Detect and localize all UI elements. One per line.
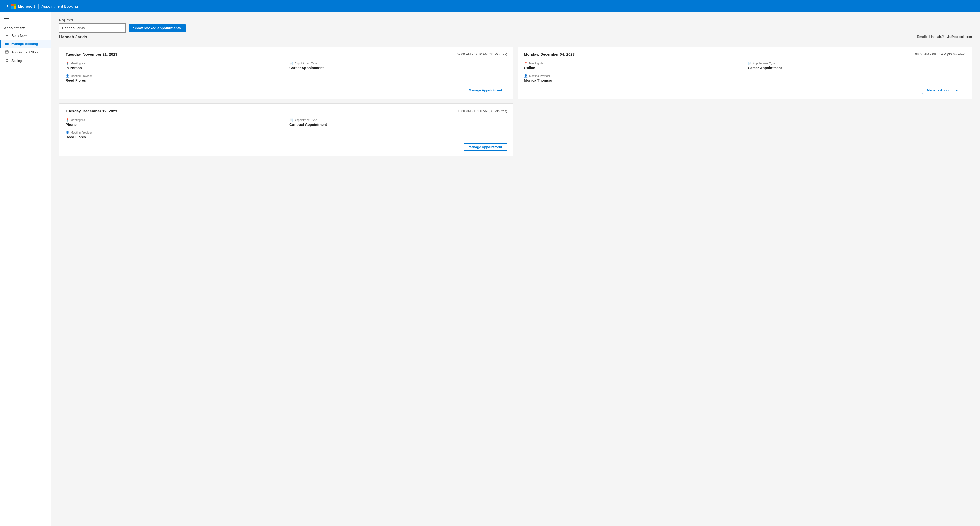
person-icon: 👤 xyxy=(65,74,69,78)
document-icon-2: 📄 xyxy=(748,62,752,65)
card-2-date: Monday, December 04, 2023 xyxy=(524,52,575,56)
sidebar-label-book-new: Book New xyxy=(11,34,27,38)
requestor-selected-value: Hannah Jarvis xyxy=(62,26,85,30)
manage-appointment-button-3[interactable]: Manage Appointment xyxy=(464,143,507,151)
card-2-footer: Manage Appointment xyxy=(524,86,966,94)
card-1-appt-type-label: 📄 Appointment Type xyxy=(290,62,507,65)
document-icon-3: 📄 xyxy=(290,118,293,122)
card-2-provider-value: Monica Thomson xyxy=(524,78,741,83)
requester-name: Hannah Jarvis xyxy=(59,35,87,39)
card-2-appointment-type: 📄 Appointment Type Career Appointment xyxy=(748,62,966,70)
appointment-card-1: Tuesday, November 21, 2023 09:00 AM - 09… xyxy=(59,47,514,99)
card-1-meeting-via-value: In Person xyxy=(65,66,283,70)
card-2-appt-type-label: 📄 Appointment Type xyxy=(748,62,966,65)
card-3-fields: 📍 Meeting via Phone 📄 Appointment Type C… xyxy=(65,118,507,139)
sidebar: Appointment + Book New Manage Booking xyxy=(0,12,51,526)
card-2-header: Monday, December 04, 2023 08:00 AM - 08:… xyxy=(524,52,966,56)
card-3-header: Tuesday, December 12, 2023 09:30 AM - 10… xyxy=(65,109,507,113)
card-1-date: Tuesday, November 21, 2023 xyxy=(65,52,118,56)
card-3-meeting-provider: 👤 Meeting Provider Reed Flores xyxy=(65,131,283,139)
card-1-meeting-via: 📍 Meeting via In Person xyxy=(65,62,283,70)
calendar-icon xyxy=(5,50,9,54)
card-2-time: 08:00 AM - 08:30 AM (30 Minutes) xyxy=(915,53,966,56)
card-2-meeting-provider: 👤 Meeting Provider Monica Thomson xyxy=(524,74,741,83)
sidebar-item-settings[interactable]: ⚙ Settings xyxy=(0,56,51,65)
appointment-cards-grid: Tuesday, November 21, 2023 09:00 AM - 09… xyxy=(59,47,972,99)
card-3-date: Tuesday, December 12, 2023 xyxy=(65,109,117,113)
sidebar-item-appointment-slots[interactable]: Appointment Slots xyxy=(0,48,51,56)
card-3-appointment-type: 📄 Appointment Type Contract Appointment xyxy=(290,118,507,127)
sidebar-label-appointment-slots: Appointment Slots xyxy=(11,50,38,54)
app-title: Appointment Booking xyxy=(41,4,78,8)
card-2-meeting-via-label: 📍 Meeting via xyxy=(524,62,741,65)
topbar: Microsoft Appointment Booking xyxy=(0,0,980,12)
card-3-meeting-via-value: Phone xyxy=(65,123,283,127)
card-3-provider-label: 👤 Meeting Provider xyxy=(65,131,283,134)
card-1-provider-value: Reed Flores xyxy=(65,78,283,83)
card-1-time: 09:00 AM - 09:30 AM (30 Minutes) xyxy=(457,53,507,56)
card-1-footer: Manage Appointment xyxy=(65,86,507,94)
card-1-appointment-type: 📄 Appointment Type Career Appointment xyxy=(290,62,507,70)
show-booked-button[interactable]: Show booked appointments xyxy=(129,24,186,32)
svg-rect-1 xyxy=(5,43,9,44)
requestor-label: Requestor xyxy=(59,18,972,22)
location-icon-3: 📍 xyxy=(65,118,69,122)
card-2-provider-label: 👤 Meeting Provider xyxy=(524,74,741,78)
card-2-fields: 📍 Meeting via Online 📄 Appointment Type … xyxy=(524,62,966,83)
card-1-meeting-provider: 👤 Meeting Provider Reed Flores xyxy=(65,74,283,83)
card-3-time: 09:30 AM - 10:00 AM (30 Minutes) xyxy=(457,109,507,113)
manage-appointment-button-2[interactable]: Manage Appointment xyxy=(922,86,966,94)
sidebar-item-manage-booking[interactable]: Manage Booking xyxy=(0,40,51,48)
card-1-fields: 📍 Meeting via In Person 📄 Appointment Ty… xyxy=(65,62,507,83)
card-1-header: Tuesday, November 21, 2023 09:00 AM - 09… xyxy=(65,52,507,56)
back-button[interactable] xyxy=(4,3,11,10)
card-3-meeting-via-label: 📍 Meeting via xyxy=(65,118,283,122)
appointment-card-2: Monday, December 04, 2023 08:00 AM - 08:… xyxy=(517,47,972,99)
document-icon: 📄 xyxy=(290,62,293,65)
card-3-meeting-via: 📍 Meeting via Phone xyxy=(65,118,283,127)
svg-rect-0 xyxy=(5,42,9,42)
card-1-meeting-via-label: 📍 Meeting via xyxy=(65,62,283,65)
email-label: Email: xyxy=(917,35,927,38)
card-2-meeting-via: 📍 Meeting via Online xyxy=(524,62,741,70)
dropdown-chevron-icon: ⌄ xyxy=(120,26,123,30)
manage-appointment-button-1[interactable]: Manage Appointment xyxy=(464,86,507,94)
svg-rect-2 xyxy=(5,45,9,45)
sidebar-label-manage-booking: Manage Booking xyxy=(11,42,38,46)
card-3-appt-type-value: Contract Appointment xyxy=(290,123,507,127)
card-1-appt-type-value: Career Appointment xyxy=(290,66,507,70)
card-3-appt-type-label: 📄 Appointment Type xyxy=(290,118,507,122)
main-content: Requestor Hannah Jarvis ⌄ Show booked ap… xyxy=(51,12,980,526)
svg-rect-3 xyxy=(5,51,8,53)
gear-icon: ⚙ xyxy=(5,59,9,62)
appointment-cards-single: Tuesday, December 12, 2023 09:30 AM - 10… xyxy=(59,104,972,156)
card-1-provider-label: 👤 Meeting Provider xyxy=(65,74,283,78)
email-row: Email: Hannah.Jarvis@outlook.com xyxy=(917,35,972,38)
plus-icon: + xyxy=(5,33,9,38)
requestor-row: Hannah Jarvis ⌄ Show booked appointments xyxy=(59,24,972,33)
microsoft-logo: Microsoft xyxy=(11,3,35,9)
location-icon-2: 📍 xyxy=(524,62,528,65)
appointment-card-3: Tuesday, December 12, 2023 09:30 AM - 10… xyxy=(59,104,514,156)
location-icon: 📍 xyxy=(65,62,69,65)
microsoft-label: Microsoft xyxy=(18,4,35,8)
hamburger-menu[interactable] xyxy=(0,14,51,23)
requestor-dropdown[interactable]: Hannah Jarvis ⌄ xyxy=(59,24,126,33)
card-3-footer: Manage Appointment xyxy=(65,143,507,151)
person-icon-2: 👤 xyxy=(524,74,528,78)
card-3-provider-value: Reed Flores xyxy=(65,135,283,139)
hamburger-icon xyxy=(4,17,9,21)
card-2-meeting-via-value: Online xyxy=(524,66,741,70)
sidebar-item-book-new[interactable]: + Book New xyxy=(0,32,51,40)
card-2-appt-type-value: Career Appointment xyxy=(748,66,966,70)
sidebar-label-settings: Settings xyxy=(11,59,24,62)
sidebar-section-label: Appointment xyxy=(0,23,51,32)
list-icon xyxy=(5,41,9,46)
person-icon-3: 👤 xyxy=(65,131,69,134)
email-value: Hannah.Jarvis@outlook.com xyxy=(929,35,972,38)
